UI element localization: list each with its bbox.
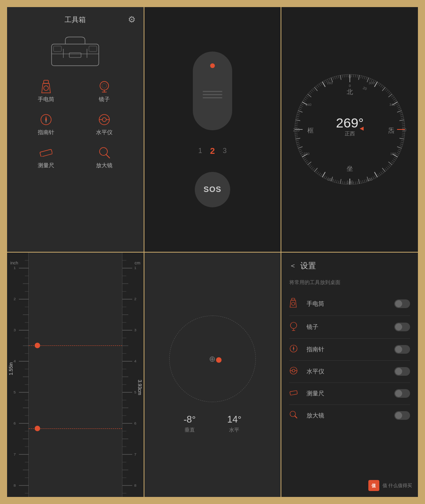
svg-line-121 xyxy=(338,181,339,183)
svg-text:240: 240 xyxy=(305,103,311,107)
level-readings: -8° 垂直 14° 水平 xyxy=(183,414,241,434)
svg-line-131 xyxy=(320,174,322,176)
svg-line-149 xyxy=(299,149,301,150)
svg-line-50 xyxy=(388,94,392,97)
toggle-knob-magnifier xyxy=(395,412,402,419)
tool-item-level[interactable]: 水平仪 xyxy=(77,113,131,136)
svg-line-153 xyxy=(296,142,299,143)
settings-magnifier-icon xyxy=(289,410,302,421)
settings-compass-label: 指南针 xyxy=(307,346,394,353)
svg-line-84 xyxy=(396,154,398,155)
toggle-knob-ruler xyxy=(395,390,402,397)
toggle-ruler[interactable] xyxy=(394,389,410,398)
svg-text:6: 6 xyxy=(13,421,16,425)
settings-level-label: 水平仪 xyxy=(307,368,394,375)
svg-text:300: 300 xyxy=(368,81,374,85)
flashlight-body[interactable] xyxy=(193,52,232,130)
page-2[interactable]: 2 xyxy=(210,146,215,156)
toggle-flashlight[interactable] xyxy=(394,299,410,308)
svg-text:5: 5 xyxy=(134,390,137,394)
settings-compass-icon xyxy=(289,344,302,355)
toggle-compass[interactable] xyxy=(394,345,410,354)
svg-line-169 xyxy=(298,112,300,113)
svg-line-200 xyxy=(340,75,341,80)
toggle-magnifier[interactable] xyxy=(394,411,410,420)
toggle-level[interactable] xyxy=(394,367,410,376)
svg-point-18 xyxy=(102,118,106,122)
svg-text:炁: 炁 xyxy=(388,127,394,134)
svg-line-33 xyxy=(364,76,365,79)
svg-line-41 xyxy=(377,83,379,85)
svg-line-51 xyxy=(391,96,393,97)
svg-line-63 xyxy=(401,116,403,117)
sos-button[interactable]: SOS xyxy=(195,172,230,207)
settings-header: ＜ 设置 xyxy=(289,260,410,271)
svg-point-12 xyxy=(102,83,107,88)
svg-line-137 xyxy=(311,167,313,169)
svg-line-157 xyxy=(295,135,298,135)
svg-line-172 xyxy=(299,107,302,108)
svg-rect-6 xyxy=(89,46,97,52)
horizontal-reading: 14° 水平 xyxy=(227,414,241,434)
red-dot-1[interactable] xyxy=(35,343,40,348)
svg-line-95 xyxy=(382,168,385,172)
svg-line-66 xyxy=(401,122,404,122)
page-1[interactable]: 1 xyxy=(198,147,202,155)
panel-flashlight: 1 2 3 SOS xyxy=(144,7,281,252)
svg-line-107 xyxy=(364,180,365,183)
svg-rect-0 xyxy=(52,44,99,66)
svg-line-57 xyxy=(397,105,399,106)
svg-text:2: 2 xyxy=(134,297,137,301)
dashed-line-2 xyxy=(29,428,122,429)
svg-line-61 xyxy=(399,112,402,113)
back-button[interactable]: ＜ xyxy=(289,261,296,270)
flashlight-line-2 xyxy=(203,94,222,95)
svg-line-96 xyxy=(382,171,384,173)
svg-line-81 xyxy=(398,149,401,150)
svg-point-319 xyxy=(292,369,295,372)
svg-line-188 xyxy=(319,84,320,86)
red-dot-2[interactable] xyxy=(35,426,40,431)
svg-line-88 xyxy=(392,160,394,162)
settings-item-mirror: 镜子 xyxy=(289,316,410,339)
svg-line-83 xyxy=(397,152,399,153)
flashlight-label: 手电筒 xyxy=(38,96,54,103)
svg-line-46 xyxy=(385,89,387,90)
panel-settings: ＜ 设置 将常用的工具放到桌面 手电筒 xyxy=(281,253,418,497)
svg-text:7: 7 xyxy=(13,452,16,456)
magnifier-label: 放大镜 xyxy=(96,162,113,169)
page-3[interactable]: 3 xyxy=(223,147,227,155)
svg-rect-1 xyxy=(69,53,81,57)
svg-line-134 xyxy=(316,171,317,173)
tool-item-compass[interactable]: 指南针 xyxy=(19,113,73,136)
svg-line-173 xyxy=(300,105,303,106)
svg-point-323 xyxy=(290,411,296,417)
svg-text:120: 120 xyxy=(366,177,372,181)
svg-line-154 xyxy=(296,140,299,140)
cm-label: cm xyxy=(135,260,140,265)
svg-rect-309 xyxy=(292,298,295,300)
svg-text:180: 180 xyxy=(346,180,353,185)
svg-line-58 xyxy=(397,107,400,108)
gear-icon[interactable]: ⚙ xyxy=(128,15,136,25)
svg-line-112 xyxy=(355,181,356,184)
flashlight-indicator xyxy=(210,63,215,68)
tool-item-flashlight[interactable]: 手电筒 xyxy=(19,79,73,103)
toolbox-header: 工具箱 ⚙ xyxy=(15,15,136,24)
svg-point-317 xyxy=(293,348,294,349)
settings-mirror-label: 镜子 xyxy=(307,323,394,331)
compass-label: 指南针 xyxy=(38,129,54,136)
svg-line-82 xyxy=(397,151,400,152)
svg-line-147 xyxy=(300,152,303,153)
tool-item-ruler[interactable]: 测量尺 xyxy=(19,146,73,169)
tool-item-mirror[interactable]: 镜子 xyxy=(77,79,131,103)
level-red-dot[interactable] xyxy=(216,357,222,363)
tool-item-magnifier[interactable]: 放大镜 xyxy=(77,146,131,169)
main-frame: 工具箱 ⚙ xyxy=(4,4,421,500)
toggle-mirror[interactable] xyxy=(394,323,410,331)
svg-text:340: 340 xyxy=(389,103,395,107)
svg-line-132 xyxy=(319,173,320,175)
svg-text:3: 3 xyxy=(134,328,137,332)
svg-rect-21 xyxy=(40,149,52,157)
svg-line-109 xyxy=(360,181,361,183)
